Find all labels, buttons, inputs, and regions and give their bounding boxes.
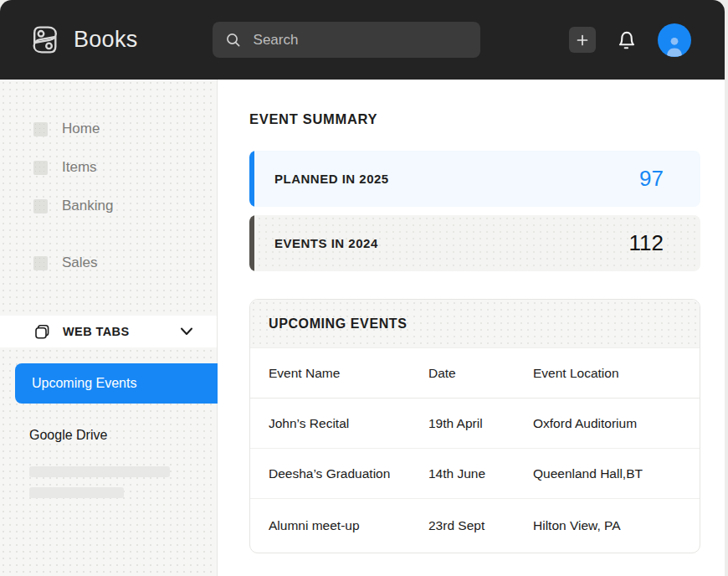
sidebar-tab-upcoming-events[interactable]: Upcoming Events xyxy=(15,363,218,404)
topbar-actions xyxy=(569,23,691,57)
cell-event-name: Alumni meet-up xyxy=(269,518,428,533)
brand: Books xyxy=(28,23,138,57)
books-logo-icon xyxy=(28,23,62,57)
column-header-event-location: Event Location xyxy=(533,366,690,381)
user-avatar[interactable] xyxy=(658,23,691,57)
add-button[interactable] xyxy=(569,27,596,53)
upcoming-events-header: UPCOMING EVENTS xyxy=(250,300,700,348)
skeleton-bar xyxy=(29,487,124,498)
bell-icon xyxy=(614,27,639,54)
cell-event-name: John’s Recital xyxy=(269,416,428,431)
sidebar-item-sales[interactable]: Sales xyxy=(0,244,217,282)
search-bar[interactable] xyxy=(213,22,480,58)
skeleton-bar xyxy=(29,466,170,477)
table-row: Alumni meet-up 23rd Sept Hilton View, PA xyxy=(250,499,700,553)
web-tabs-section-header[interactable]: WEB TABS xyxy=(0,316,217,347)
sidebar-item-label: Sales xyxy=(62,255,98,271)
chevron-down-icon[interactable] xyxy=(180,327,193,337)
summary-card-label: EVENTS IN 2024 xyxy=(274,236,378,250)
sidebar: Home Items Banking Sales xyxy=(0,80,218,576)
main-content: EVENT SUMMARY PLANNED IN 2025 97 EVENTS … xyxy=(218,80,725,576)
summary-card-value: 97 xyxy=(639,166,664,192)
events-table: Event Name Date Event Location John’s Re… xyxy=(250,348,700,553)
cell-date: 19th April xyxy=(428,416,533,431)
card-accent-bar xyxy=(249,215,254,271)
app-title: Books xyxy=(74,27,138,53)
page-title: EVENT SUMMARY xyxy=(249,111,725,127)
sidebar-item-label: Home xyxy=(62,121,100,137)
home-icon xyxy=(33,122,48,136)
cell-date: 23rd Sept xyxy=(428,518,533,533)
sidebar-tab-label: Upcoming Events xyxy=(32,376,136,391)
summary-card-value: 112 xyxy=(629,230,664,256)
sidebar-tab-google-drive[interactable]: Google Drive xyxy=(0,419,217,452)
web-tabs-label: WEB TABS xyxy=(63,325,129,338)
summary-card-events-2024: EVENTS IN 2024 112 xyxy=(249,215,700,271)
sidebar-item-label: Items xyxy=(62,159,97,176)
table-header-row: Event Name Date Event Location xyxy=(250,348,700,399)
cell-event-location: Oxford Auditorium xyxy=(533,416,690,431)
card-accent-bar xyxy=(249,151,254,207)
app-window: Books xyxy=(0,0,725,576)
cell-event-name: Deesha’s Graduation xyxy=(269,466,428,481)
search-icon xyxy=(224,31,243,49)
column-header-event-name: Event Name xyxy=(269,366,428,381)
sidebar-item-items[interactable]: Items xyxy=(0,148,217,187)
sidebar-item-label: Banking xyxy=(62,198,113,214)
plus-icon xyxy=(575,33,590,48)
column-header-date: Date xyxy=(428,366,533,381)
sidebar-item-banking[interactable]: Banking xyxy=(0,187,217,225)
person-icon xyxy=(662,33,687,57)
table-row: Deesha’s Graduation 14th June Queenland … xyxy=(250,449,700,499)
summary-card-label: PLANNED IN 2025 xyxy=(274,172,389,186)
cell-event-location: Queenland Hall,BT xyxy=(533,466,690,481)
web-tabs-icon xyxy=(33,323,51,341)
summary-card-planned-2025: PLANNED IN 2025 97 xyxy=(249,151,700,207)
sidebar-item-home[interactable]: Home xyxy=(0,110,217,148)
search-input[interactable] xyxy=(254,32,446,49)
sidebar-nav: Home Items Banking Sales xyxy=(0,80,217,282)
items-icon xyxy=(33,161,48,175)
top-bar: Books xyxy=(0,0,725,80)
notifications-button[interactable] xyxy=(614,27,639,54)
table-row: John’s Recital 19th April Oxford Auditor… xyxy=(250,399,700,449)
cell-date: 14th June xyxy=(428,466,533,481)
sales-icon xyxy=(33,256,48,270)
banking-icon xyxy=(33,199,48,213)
upcoming-events-card: UPCOMING EVENTS Event Name Date Event Lo… xyxy=(249,299,700,553)
upcoming-events-title: UPCOMING EVENTS xyxy=(269,316,407,332)
cell-event-location: Hilton View, PA xyxy=(533,518,690,533)
sidebar-tab-label: Google Drive xyxy=(29,428,107,443)
